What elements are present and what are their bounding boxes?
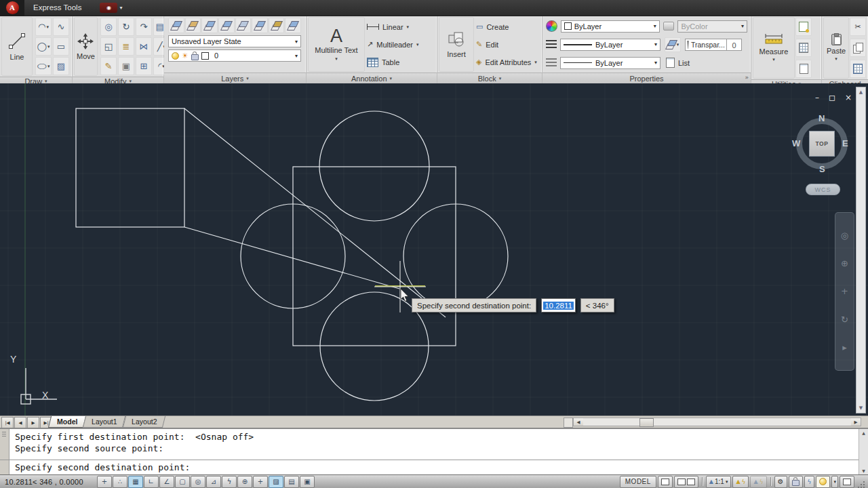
layer-walk-button[interactable] [285,18,301,33]
workspace-switching-button[interactable]: ⚙ [774,476,787,488]
scroll-down-icon[interactable]: ▼ [859,403,863,413]
layer-freeze-button[interactable] [252,18,268,33]
array-tool-button[interactable]: ⊞ [136,57,152,75]
zoom-icon[interactable]: + [841,286,848,296]
quick-select-button[interactable] [795,18,812,36]
rotate-tool-button[interactable]: ↻ [118,18,134,36]
coordinate-readout[interactable]: 10.2811< 346 , 0.0000 [0,478,97,486]
scale-tool-button[interactable]: ◱ [100,37,117,56]
multiline-text-button[interactable]: A Multiline Text ▾ [308,17,365,72]
layer-isolate-button[interactable] [218,18,235,33]
transparency-toggle[interactable]: ▨ [269,476,283,488]
clean-screen-button[interactable] [840,476,854,488]
object-snap-toggle[interactable]: ▢ [175,476,190,488]
status-bar-menu-button[interactable] [816,476,830,488]
scroll-right-icon[interactable]: ▶ [851,418,861,426]
insert-block-button[interactable]: Insert [439,17,474,72]
line-tool-button[interactable]: Line [1,17,33,76]
linear-dimension-button[interactable]: Linear▾ [365,18,421,36]
object-snap-tracking-toggle[interactable]: ⊿ [206,476,221,488]
layer-match-button[interactable] [185,18,201,33]
object-color-dropdown[interactable]: ByLayer▾ [561,20,660,33]
edit-block-button[interactable]: ✎ Edit [474,36,539,54]
viewcube-east[interactable]: E [842,138,848,148]
viewcube-north[interactable]: N [818,113,825,123]
selection-cycling-toggle[interactable]: ▣ [300,476,315,488]
quick-view-layouts-button[interactable] [658,476,673,488]
copy-tool-button[interactable]: ◎ [100,18,117,36]
camera-dropdown-arrow[interactable]: ▾ [119,5,122,11]
wcs-dropdown[interactable]: WCS [806,184,840,195]
dynamic-ucs-toggle[interactable]: ϟ [222,476,237,488]
command-scroll-up-icon[interactable]: ▲ [862,429,865,436]
cut-button[interactable]: ✂ [850,18,866,36]
layer-state-dropdown[interactable]: Unsaved Layer State▾ [168,35,301,47]
hardware-acceleration-button[interactable]: ϟ [804,476,815,488]
application-menu-button[interactable]: A [0,0,24,16]
polar-tracking-toggle[interactable]: ∠ [159,476,174,488]
edit-attributes-button[interactable]: ◈ Edit Attributes▾ [474,54,539,71]
command-scroll-down-icon[interactable]: ▼ [862,467,865,474]
tooltip-angle-input[interactable]: < 346° [580,298,614,312]
resize-grip[interactable] [858,478,865,486]
erase-tool-button[interactable]: ✎ [100,57,117,75]
close-icon[interactable]: × [845,93,852,102]
linetype-dropdown[interactable]: ByLayer▾ [560,57,660,69]
transparency-field[interactable]: Transpar... 0 [685,39,742,51]
steering-wheel-icon[interactable]: ◎ [841,230,848,241]
mirror-tool-button[interactable]: ⋈ [136,37,152,56]
layer-lock-button[interactable] [269,18,285,33]
camera-icon[interactable]: ◉ [100,3,117,13]
minimize-icon[interactable]: – [815,93,819,102]
horizontal-scrollbar[interactable]: ◀ ▶ [573,418,861,426]
move-tool-button[interactable]: Move [74,17,98,76]
command-line-window[interactable]: Specify first destination point: <Osnap … [0,428,868,474]
viewcube-top-face[interactable]: TOP [809,131,835,157]
layout-tab-model[interactable]: Model [48,416,87,428]
viewcube-west[interactable]: W [792,138,800,148]
toolbar-lock-button[interactable] [789,476,803,488]
drawing-canvas[interactable]: – ◻ × TOP N W E S WCS ◎ ⊕ + ↻ ▸ ▲ ▼ Y X … [0,83,868,415]
hatch-tool-button[interactable]: ▨ [53,57,69,75]
orbit-icon[interactable]: ↻ [841,314,848,325]
lineweight-dropdown[interactable]: ByLayer▾ [560,39,660,51]
panel-label-layers[interactable]: Layers▾ [164,73,306,83]
panel-label-block[interactable]: Block▾ [437,73,542,83]
list-button[interactable]: List [664,54,692,72]
panel-label-properties[interactable]: Properties» [542,73,751,83]
snap-mode-toggle[interactable]: ∴ [113,476,127,488]
ellipse-tool-button[interactable]: ◯▾ [35,57,52,75]
dynamic-input-toggle[interactable]: ⊕ [237,476,252,488]
status-menu-arrow[interactable]: ▾ [831,476,838,488]
layout-tab-layout1[interactable]: Layout1 [83,416,126,428]
stretch-tool-button[interactable]: ↷ [136,18,152,36]
3d-object-snap-toggle[interactable]: ◎ [191,476,205,488]
ortho-mode-toggle[interactable]: ∟ [144,476,159,488]
create-block-button[interactable]: ▭ Create [474,18,539,36]
layer-properties-button[interactable] [168,18,184,33]
command-window-grip[interactable] [0,429,9,474]
panel-label-annotation[interactable]: Annotation▾ [307,73,437,83]
scrollbar-splitter[interactable] [564,418,573,428]
tab-express-tools[interactable]: Express Tools [24,0,90,16]
layer-previous-button[interactable] [201,18,218,33]
paste-special-button[interactable] [850,60,866,78]
edit-polyline-tool-button[interactable]: ≣ [118,37,134,56]
circle-tool-button[interactable]: ◯▾ [35,37,52,56]
layer-unisolate-button[interactable] [235,18,252,33]
model-space-button[interactable]: MODEL [620,476,656,488]
restore-icon[interactable]: ◻ [829,93,835,102]
annotation-autoscale-button[interactable]: ▲ϟ [750,476,766,488]
lineweight-toggle[interactable]: + [253,476,268,488]
show-motion-icon[interactable]: ▸ [842,342,847,352]
grid-display-toggle[interactable]: ▦ [128,476,143,488]
explode-tool-button[interactable]: ▣ [118,57,134,75]
rectangle-tool-button[interactable]: ▭ [53,37,69,56]
polyline-tool-button[interactable]: ∿ [53,18,69,36]
arc-tool-button[interactable]: ◠▾ [35,18,52,36]
vertical-scrollbar[interactable]: ▲ ▼ [856,87,866,413]
scroll-left-icon[interactable]: ◀ [574,418,583,426]
quick-calculator-button[interactable] [795,39,812,57]
navigation-bar[interactable]: ◎ ⊕ + ↻ ▸ [835,212,854,371]
id-point-button[interactable] [795,60,812,78]
